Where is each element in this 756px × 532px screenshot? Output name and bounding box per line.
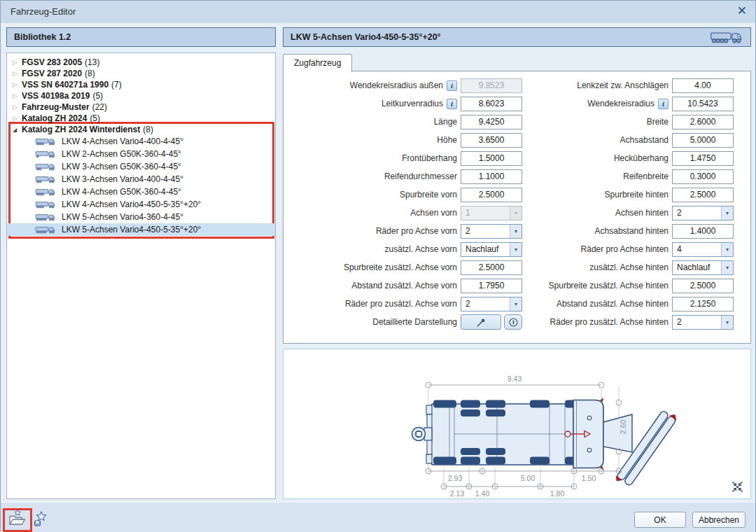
field-input[interactable] xyxy=(672,279,734,293)
info-icon[interactable]: i xyxy=(658,99,668,109)
tabstrip: Zugfahrzeug xyxy=(283,54,352,71)
tree-group[interactable]: ◢Katalog ZH 2024 Winterdienst(8) xyxy=(7,124,275,135)
tree-item[interactable]: LKW 5-Achsen Vario4-450-5-35°+20° xyxy=(7,223,275,236)
tree-item[interactable]: LKW 4-Achsen Vario4-450-5-35°+20° xyxy=(7,198,275,211)
form-row: Achsabstand xyxy=(454,131,734,149)
tree-group[interactable]: ▷VSS SN 640271a 1990(7) xyxy=(7,79,275,90)
truck-icon xyxy=(35,188,56,197)
form-row: Reifenbreite xyxy=(454,167,734,186)
form-row: Spurbreite zusätzl. Achse hinten xyxy=(454,276,734,295)
chevron-down-icon: ▾ xyxy=(721,206,733,220)
field-label: Spurbreite hinten xyxy=(605,190,668,200)
tree-group[interactable]: ▷FGSV 283 2005(13) xyxy=(7,57,275,68)
titlebar[interactable]: Fahrzeug-Editor ✕ xyxy=(1,1,755,23)
truck-icon xyxy=(710,30,743,45)
expand-icon[interactable]: ▷ xyxy=(13,92,22,99)
form-row: Räder pro Achse hinten4▾ xyxy=(454,240,734,258)
tree-group-count: (5) xyxy=(90,113,100,123)
dim-row1-a: 2.93 xyxy=(448,474,463,482)
field-dropdown[interactable]: 2▾ xyxy=(672,315,734,330)
field-label: Achsen hinten xyxy=(615,208,668,218)
field-input[interactable] xyxy=(672,188,734,202)
close-icon[interactable]: ✕ xyxy=(737,4,747,18)
field-input[interactable] xyxy=(672,224,734,239)
tree-group-label: FGSV 287 2020 xyxy=(22,69,82,78)
tree-item[interactable]: LKW 3-Achsen Vario4-400-4-45° xyxy=(7,173,275,186)
chevron-down-icon: ▾ xyxy=(721,243,733,256)
ok-button[interactable]: OK xyxy=(634,512,686,528)
field-input[interactable] xyxy=(672,169,734,184)
field-label: Reifenbreite xyxy=(623,172,668,181)
tree-item-label: LKW 3-Achsen Vario4-400-4-45° xyxy=(62,174,183,184)
vehicle-form: Wendekreisradius außeniLeitkurvenradiusi… xyxy=(283,71,751,344)
vehicle-header: LKW 5-Achsen Vario4-450-5-35°+20° xyxy=(283,27,751,47)
expand-icon[interactable]: ▷ xyxy=(13,81,22,88)
field-label: Wendekreisradius xyxy=(587,99,654,108)
truck-icon xyxy=(35,162,56,172)
tree-group[interactable]: ▷Katalog ZH 2024(5) xyxy=(7,113,275,124)
collapse-icon[interactable]: ◢ xyxy=(13,127,22,133)
tree-item[interactable]: LKW 3-Achsen G50K-360-4-45° xyxy=(7,160,275,173)
form-row: Hecküberhang xyxy=(454,149,734,167)
field-dropdown[interactable]: Nachlauf▾ xyxy=(672,260,734,275)
field-dropdown[interactable]: 2▾ xyxy=(672,206,734,220)
truck-icon xyxy=(35,175,56,184)
open-library-icon[interactable] xyxy=(8,509,27,530)
tree-group-count: (8) xyxy=(85,69,95,78)
expand-icon[interactable]: ▷ xyxy=(13,104,22,111)
tree-item[interactable]: LKW 4-Achsen G50K-360-4-45° xyxy=(7,186,275,198)
chevron-down-icon: ▾ xyxy=(721,316,733,329)
tree-item[interactable]: LKW 2-Achsen G50K-360-4-45° xyxy=(7,148,275,160)
tree-group[interactable]: ▷FGSV 287 2020(8) xyxy=(7,68,275,79)
field-label: Spurbreite zusätzl. Achse vorn xyxy=(344,262,457,272)
field-label: zusätzl. Achse hinten xyxy=(589,262,668,272)
expand-icon[interactable]: ▷ xyxy=(13,115,22,122)
field-dropdown[interactable]: 4▾ xyxy=(672,242,734,257)
field-label: Reifendurchmesser xyxy=(384,172,457,181)
tree-group-count: (22) xyxy=(92,102,107,112)
tree-item[interactable]: LKW 4-Achsen Vario4-400-4-45° xyxy=(7,135,275,148)
tab-zugfahrzeug[interactable]: Zugfahrzeug xyxy=(283,54,352,72)
expand-icon[interactable]: ▷ xyxy=(13,70,22,77)
field-label: Wendekreisradius außen xyxy=(350,80,443,90)
field-input[interactable] xyxy=(672,133,734,148)
dim-front-overhang: 1.50 xyxy=(582,474,596,482)
fahrzeug-editor-dialog: Fahrzeug-Editor ✕ Bibliothek 1.2 ▷FGSV 2… xyxy=(0,0,756,532)
field-label: Hecküberhang xyxy=(614,153,668,163)
field-input[interactable] xyxy=(672,78,734,93)
tree-group-count: (5) xyxy=(92,91,103,101)
form-row: Achsen hinten2▾ xyxy=(454,204,734,222)
form-row: Breite xyxy=(454,113,734,131)
expand-icon[interactable]: ▷ xyxy=(13,59,22,66)
form-row: Räder pro zusätzl. Achse hinten2▾ xyxy=(454,313,734,331)
form-row: Spurbreite hinten xyxy=(454,186,734,204)
save-favorite-icon[interactable] xyxy=(33,510,50,530)
field-label: Leitkurvenradius xyxy=(382,99,443,108)
tree-item[interactable]: LKW 5-Achsen Vario4-360-4-45° xyxy=(7,211,275,223)
field-label: Räder pro zusätzl. Achse hinten xyxy=(550,317,668,327)
field-label: Lenkzeit zw. Anschlägen xyxy=(577,80,668,90)
form-row: Abstand zusätzl. Achse hinten xyxy=(454,295,734,313)
form-row: Achsabstand hinten xyxy=(454,222,734,240)
field-label: Abstand zusätzl. Achse hinten xyxy=(556,299,668,309)
field-input[interactable] xyxy=(672,151,734,166)
field-label: Detaillierte Darstellung xyxy=(372,317,457,327)
zoom-fit-icon[interactable] xyxy=(732,481,744,493)
field-label: Frontüberhang xyxy=(402,153,457,163)
field-label: Spurbreite vorn xyxy=(400,190,457,200)
truck-icon xyxy=(35,213,56,222)
truck-icon xyxy=(35,200,56,209)
field-input[interactable] xyxy=(672,115,734,130)
tree-group[interactable]: ▷VSS 40198a 2019(5) xyxy=(7,90,275,102)
field-input[interactable] xyxy=(672,297,734,312)
library-tree[interactable]: ▷FGSV 283 2005(13)▷FGSV 287 2020(8)▷VSS … xyxy=(6,52,276,499)
field-label: Räder pro zusätzl. Achse vorn xyxy=(345,299,457,309)
truck-icon xyxy=(35,137,56,146)
field-label: Räder pro Achse hinten xyxy=(581,244,668,254)
field-input[interactable] xyxy=(672,97,734,111)
window-title: Fahrzeug-Editor xyxy=(10,6,76,17)
dim-row2-a: 2.13 xyxy=(450,489,465,498)
tree-item-label: LKW 5-Achsen Vario4-360-4-45° xyxy=(62,212,183,222)
tree-group[interactable]: ▷Fahrzeug-Muster(22) xyxy=(7,102,275,113)
cancel-button[interactable]: Abbrechen xyxy=(692,512,746,528)
